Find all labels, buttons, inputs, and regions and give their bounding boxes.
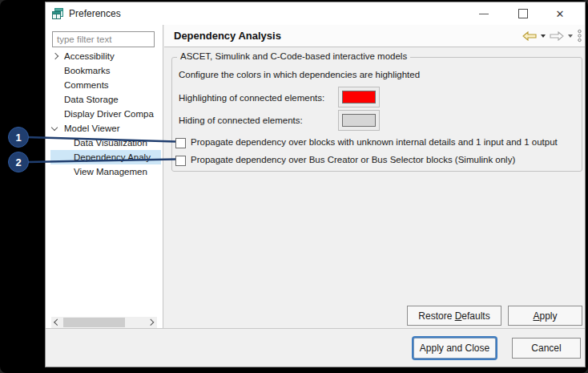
tree-item-display-driver[interactable]: Display Driver Compa: [46, 107, 161, 121]
tree-item-data-visualization[interactable]: Data Visualization: [46, 136, 161, 150]
tree-horizontal-scrollbar[interactable]: [51, 317, 157, 328]
highlight-color-button[interactable]: [338, 87, 380, 107]
propagate-bus-blocks-label: Propagate dependency over Bus Creator or…: [191, 155, 515, 164]
minimize-button[interactable]: [472, 2, 496, 25]
forward-arrow-icon[interactable]: [550, 31, 564, 41]
tree-item-dependency-analysis[interactable]: Dependency Analy: [50, 150, 161, 164]
close-icon: ✕: [556, 9, 565, 19]
cancel-button[interactable]: Cancel: [512, 338, 581, 359]
hide-color-button[interactable]: [338, 110, 380, 131]
dialog-footer: Apply and Close Cancel: [46, 329, 585, 367]
tree-item-bookmarks[interactable]: Bookmarks: [46, 63, 161, 78]
hide-color-swatch: [342, 114, 376, 127]
preferences-dialog: Preferences ✕ Accessibility Bookmarks Co…: [45, 2, 586, 367]
tree-item-accessibility[interactable]: Accessibility: [46, 49, 161, 63]
maximize-icon: [518, 9, 528, 18]
tree-item-comments[interactable]: Comments: [46, 78, 161, 92]
chevron-right-icon[interactable]: [52, 53, 58, 59]
apply-button[interactable]: Apply: [508, 306, 582, 326]
propagate-unknown-blocks-checkbox[interactable]: [175, 138, 186, 148]
scroll-right-icon[interactable]: [146, 317, 157, 328]
back-arrow-icon[interactable]: [522, 31, 537, 41]
view-menu-icon[interactable]: [577, 29, 582, 43]
preferences-tree-panel: Accessibility Bookmarks Comments Data St…: [46, 25, 163, 328]
models-group-box: ASCET, Simulink and C-Code-based interac…: [171, 57, 582, 172]
page-header: Dependency Analysis: [164, 25, 585, 47]
tree-item-view-management[interactable]: View Managemen: [46, 164, 161, 179]
highlight-color-swatch: [342, 91, 376, 103]
screenshot-frame: Preferences ✕ Accessibility Bookmarks Co…: [0, 0, 588, 373]
maximize-button[interactable]: [511, 2, 535, 25]
preferences-window-icon: [51, 7, 64, 20]
page-title: Dependency Analysis: [174, 25, 281, 47]
settings-panel: ASCET, Simulink and C-Code-based interac…: [164, 47, 585, 328]
callout-badge-2: 2: [8, 152, 29, 172]
propagate-unknown-blocks-label: Propagate dependency over blocks with un…: [191, 137, 558, 147]
group-description: Configure the colors in which dependenci…: [179, 70, 420, 79]
tree-item-data-storage[interactable]: Data Storage: [46, 92, 161, 107]
minimize-icon: [479, 14, 489, 14]
callout-badge-1: 1: [8, 127, 29, 148]
group-title: ASCET, Simulink and C-Code-based interac…: [177, 51, 410, 61]
forward-dropdown-icon[interactable]: [568, 34, 573, 38]
filter-input[interactable]: [52, 31, 155, 47]
window-title: Preferences: [69, 2, 121, 25]
close-button[interactable]: ✕: [548, 2, 572, 25]
back-dropdown-icon[interactable]: [541, 34, 546, 38]
chevron-down-icon[interactable]: [51, 124, 58, 131]
apply-and-close-button[interactable]: Apply and Close: [413, 338, 496, 359]
restore-defaults-button[interactable]: Restore Defaults: [407, 306, 501, 326]
scroll-left-icon[interactable]: [51, 317, 62, 328]
highlight-color-label: Highlighting of connected elements:: [179, 93, 324, 103]
title-bar: Preferences ✕: [46, 2, 585, 26]
scrollbar-thumb[interactable]: [63, 318, 125, 327]
propagate-bus-blocks-checkbox[interactable]: [175, 156, 186, 166]
header-toolbar: [522, 25, 582, 47]
hide-color-label: Hiding of connected elements:: [179, 116, 303, 125]
tree-item-model-viewer[interactable]: Model Viewer: [46, 121, 161, 136]
